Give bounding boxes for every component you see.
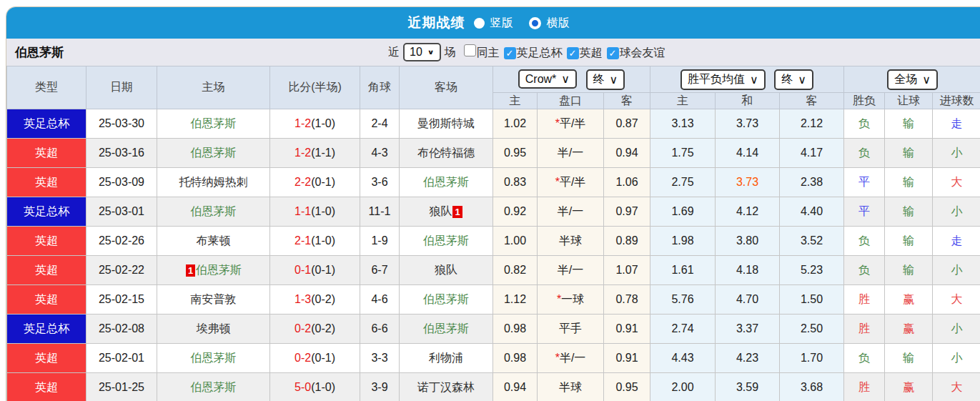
checkbox-label[interactable]: 英超 — [580, 46, 603, 59]
odds-home-cell: 1.02 — [493, 109, 538, 139]
table-row: 英足总杯25-02-08埃弗顿0-2(0-2)6-6伯恩茅斯0.98平手0.91… — [7, 315, 980, 344]
odds-stage-select[interactable]: 终∨ — [586, 69, 625, 90]
corners-cell: 4-6 — [360, 285, 400, 315]
score-cell: 0-1(0-1) — [270, 256, 360, 285]
handicap-result-cell: 赢 — [885, 315, 933, 344]
checkbox-同主[interactable] — [464, 44, 476, 56]
checkbox-英足总杯[interactable]: ✓ — [504, 47, 516, 59]
score-cell: 2-2(0-1) — [270, 168, 360, 197]
avg-select-group: 胜平负均值∨ 终∨ — [650, 66, 844, 93]
col-header-avg-home: 主 — [650, 93, 716, 109]
away-team-cell: 诺丁汉森林 — [400, 373, 493, 401]
team-name-link[interactable]: 伯恩茅斯 — [191, 117, 237, 129]
team-name-link[interactable]: 布莱顿 — [197, 234, 231, 247]
checkbox-英超[interactable]: ✓ — [567, 47, 579, 59]
radio-horizontal-label[interactable]: 横版 — [547, 16, 570, 31]
page-title: 近期战绩 — [408, 14, 465, 32]
chevron-down-icon: ∨ — [427, 47, 435, 58]
avg-away-cell: 4.40 — [780, 197, 844, 227]
halftime-score: (0-2) — [311, 293, 335, 305]
avg-home-cell: 1.98 — [650, 227, 716, 256]
team-name-link[interactable]: 诺丁汉森林 — [417, 381, 475, 393]
avg-type-select[interactable]: 胜平负均值∨ — [680, 69, 766, 90]
chevron-down-icon: ∨ — [922, 73, 931, 86]
handicap-result-cell: 输 — [885, 109, 933, 139]
halftime-score: (1-0) — [311, 234, 335, 247]
avg-away-cell: 3.68 — [780, 373, 844, 401]
away-team-cell: 伯恩茅斯 — [400, 285, 493, 315]
league-type-cell: 英足总杯 — [7, 315, 86, 344]
corners-cell: 11-1 — [360, 197, 400, 227]
team-name-link[interactable]: 伯恩茅斯 — [423, 176, 469, 188]
team-name: 伯恩茅斯 — [15, 44, 64, 61]
chevron-down-icon: ∨ — [750, 73, 758, 86]
goals-result-cell: 大 — [933, 285, 980, 315]
avg-home-cell: 3.13 — [650, 109, 716, 139]
odds-handicap-cell: *平/半 — [538, 168, 604, 197]
table-row: 英超25-02-221伯恩茅斯0-1(0-1)6-7狼队0.82半/一1.071… — [7, 256, 980, 285]
odds-handicap-cell: *一球 — [538, 285, 604, 315]
avg-away-cell: 2.50 — [780, 315, 844, 344]
col-header-odds-home: 主 — [493, 93, 538, 109]
avg-away-cell: 2.12 — [780, 109, 844, 139]
avg-home-cell: 1.61 — [650, 256, 716, 285]
team-name-link[interactable]: 伯恩茅斯 — [191, 205, 237, 217]
star-marker: * — [557, 293, 561, 305]
odds-home-cell: 1.00 — [493, 227, 538, 256]
odds-away-cell: 0.89 — [604, 227, 650, 256]
avg-away-cell: 5.23 — [780, 256, 844, 285]
avg-draw-cell: 3.73 — [716, 168, 780, 197]
team-name-link[interactable]: 托特纳姆热刺 — [179, 176, 248, 188]
matches-count-select[interactable]: 10∨ — [403, 43, 441, 61]
team-name-link[interactable]: 曼彻斯特城 — [417, 117, 475, 129]
team-name-link[interactable]: 伯恩茅斯 — [191, 147, 237, 159]
radio-horizontal-layout[interactable] — [529, 17, 541, 29]
team-name-link[interactable]: 利物浦 — [429, 352, 463, 364]
star-marker: * — [555, 176, 560, 188]
fulltime-score: 1-2 — [295, 117, 311, 129]
result-cell: 负 — [844, 139, 885, 168]
team-name-link[interactable]: 伯恩茅斯 — [191, 352, 237, 364]
league-type-cell: 英超 — [7, 139, 86, 168]
avg-draw-cell: 3.37 — [716, 315, 780, 344]
checkbox-球会友谊[interactable]: ✓ — [607, 47, 619, 59]
home-team-cell: 伯恩茅斯 — [157, 373, 270, 401]
chevron-down-icon: ∨ — [610, 73, 618, 86]
recent-results-panel: 近期战绩 竖版 横版 伯恩茅斯 近 10∨ 场 同主✓英足总杯✓英超✓球会友谊 — [6, 6, 980, 401]
team-name-link[interactable]: 狼队 — [435, 264, 457, 276]
checkbox-label[interactable]: 同主 — [477, 46, 500, 59]
team-name-link[interactable]: 伯恩茅斯 — [423, 293, 469, 305]
radio-vertical-label[interactable]: 竖版 — [490, 16, 513, 31]
team-name-link[interactable]: 布伦特福德 — [417, 147, 475, 159]
avg-draw-cell: 3.59 — [716, 373, 780, 401]
avg-draw-cell: 4.18 — [716, 256, 780, 285]
star-marker: * — [555, 117, 560, 129]
away-team-cell: 狼队 — [400, 256, 493, 285]
filters-group: 近 10∨ 场 同主✓英足总杯✓英超✓球会友谊 — [388, 39, 665, 66]
team-name-link[interactable]: 伯恩茅斯 — [423, 234, 469, 247]
checkbox-label[interactable]: 英足总杯 — [517, 46, 563, 59]
odds-company-select[interactable]: Crow*∨ — [518, 69, 577, 89]
team-name-link[interactable]: 南安普敦 — [191, 293, 237, 305]
halftime-score: (0-2) — [311, 322, 335, 335]
team-name-link[interactable]: 伯恩茅斯 — [191, 381, 237, 393]
league-type-cell: 英超 — [7, 227, 86, 256]
league-type-cell: 英足总杯 — [7, 197, 86, 227]
fulltime-score: 1-2 — [295, 147, 311, 159]
red-card-badge: 1 — [452, 206, 462, 218]
away-team-cell: 伯恩茅斯 — [400, 168, 493, 197]
avg-draw-cell: 3.80 — [716, 227, 780, 256]
team-name-link[interactable]: 伯恩茅斯 — [423, 322, 469, 335]
period-select[interactable]: 全场∨ — [887, 69, 938, 90]
league-type-cell: 英超 — [7, 373, 86, 401]
goals-result-cell: 小 — [933, 139, 980, 168]
corners-cell: 6-7 — [360, 256, 400, 285]
corners-cell: 3-3 — [360, 344, 400, 373]
avg-stage-select[interactable]: 终∨ — [774, 69, 813, 90]
team-name-link[interactable]: 狼队 — [429, 205, 452, 217]
team-name-link[interactable]: 伯恩茅斯 — [196, 264, 242, 276]
radio-vertical-layout[interactable] — [474, 18, 485, 29]
chevron-down-icon: ∨ — [561, 72, 570, 86]
team-name-link[interactable]: 埃弗顿 — [197, 322, 231, 335]
checkbox-label[interactable]: 球会友谊 — [620, 46, 665, 59]
